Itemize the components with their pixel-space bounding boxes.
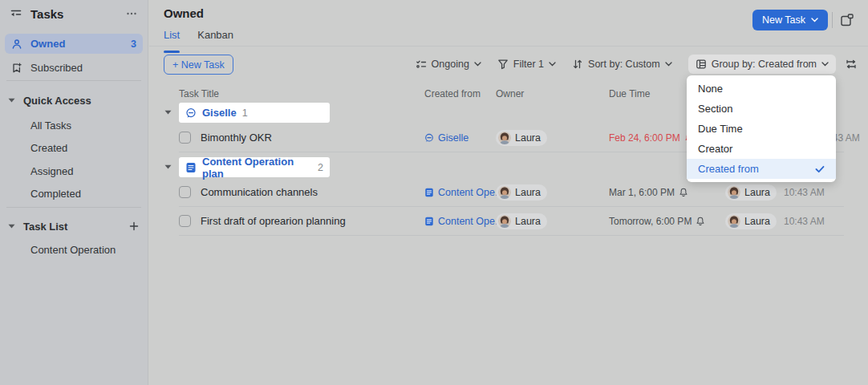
sort-control[interactable]: Sort by: Custom: [572, 59, 672, 70]
created-from-cell: Content Ope...: [424, 207, 503, 235]
group-by-control[interactable]: Group by: Created from: [688, 55, 836, 74]
creator-name: Laura: [744, 187, 770, 198]
task-title[interactable]: First draft of oprearion planning: [201, 215, 346, 227]
task-checkbox[interactable]: [179, 132, 191, 144]
tab-kanban[interactable]: Kanban: [197, 29, 233, 46]
collapse-group-icon[interactable]: [164, 164, 172, 169]
due-time-cell: Mar 1, 6:00 PM: [609, 178, 688, 206]
owner-chip[interactable]: Laura: [496, 213, 547, 229]
created-from-label: Content Ope...: [438, 187, 503, 198]
dropdown-option-created-from[interactable]: Created from: [687, 159, 836, 179]
dropdown-option-section[interactable]: Section: [687, 99, 836, 119]
toolbar-filters: Ongoing Filter 1 Sort by: Custom Group b…: [416, 53, 857, 75]
group-count: 1: [242, 107, 248, 119]
view-tabs: List Kanban: [164, 29, 233, 46]
header-divider: [149, 46, 868, 47]
document-icon: [424, 188, 434, 197]
avatar: [728, 215, 740, 228]
section-label: Task List: [23, 221, 128, 233]
group-pill[interactable]: Content Operation plan 2: [179, 157, 330, 177]
created-at-cell: 10:43 AM: [784, 207, 825, 235]
avatar: [498, 215, 511, 228]
dropdown-option-label: Created from: [698, 163, 759, 175]
new-task-button[interactable]: New Task: [752, 10, 828, 30]
dropdown-option-none[interactable]: None: [687, 79, 836, 99]
owner-chip[interactable]: Laura: [496, 184, 547, 201]
task-checkbox[interactable]: [179, 215, 191, 227]
owner-name: Laura: [515, 216, 541, 227]
sort-label: Sort by: Custom: [588, 59, 660, 70]
new-task-label: New Task: [762, 14, 805, 26]
owner-cell: Laura: [496, 124, 547, 152]
sidebar-section-task-list[interactable]: Task List: [8, 218, 140, 234]
created-from-link[interactable]: Content Ope...: [424, 216, 503, 227]
reminder-bell-icon: [679, 188, 688, 197]
owner-chip[interactable]: Laura: [496, 130, 547, 146]
chevron-down-icon: [665, 62, 672, 67]
sidebar-item-label: Assigned: [30, 165, 73, 177]
avatar: [728, 186, 740, 199]
sidebar-item-completed[interactable]: Completed: [30, 185, 143, 201]
created-from-cell: Content Ope...: [424, 178, 503, 206]
sidebar-section-quick-access[interactable]: Quick Access: [8, 92, 140, 108]
open-in-window-icon[interactable]: [840, 13, 854, 27]
task-title[interactable]: Communication channels: [201, 186, 318, 198]
dropdown-option-creator[interactable]: Creator: [687, 139, 836, 159]
task-title-cell: Communication channels: [179, 178, 318, 206]
filter-funnel-icon: [497, 59, 509, 70]
sidebar-item-label: Owned: [30, 38, 131, 50]
task-title-cell: First draft of oprearion planning: [179, 207, 346, 235]
bookmark-plus-icon: [11, 63, 22, 74]
sidebar-header: Tasks: [0, 0, 148, 27]
due-time[interactable]: Feb 24, 6:00 PM: [609, 132, 694, 144]
sidebar-item-owned[interactable]: Owned 3: [5, 34, 143, 54]
created-from-link[interactable]: Content Ope...: [424, 187, 503, 198]
due-time[interactable]: Mar 1, 6:00 PM: [609, 187, 688, 198]
column-header-due-time[interactable]: Due Time: [609, 88, 650, 99]
sidebar-item-content-operation[interactable]: Content Operation: [30, 241, 143, 257]
sidebar-item-assigned[interactable]: Assigned: [30, 163, 143, 179]
creator-chip[interactable]: Laura: [725, 213, 777, 229]
task-title[interactable]: Bimonthly OKR: [201, 132, 272, 144]
creator-name: Laura: [744, 216, 770, 227]
group-by-dropdown: None Section Due Time Creator Created fr…: [687, 75, 836, 182]
due-time[interactable]: Tomorrow, 6:00 PM: [609, 216, 705, 227]
section-collapse-icon: [8, 224, 15, 229]
column-header-task-title[interactable]: Task Title: [179, 88, 219, 99]
created-from-label: Giselle: [438, 132, 468, 144]
sidebar-item-all-tasks[interactable]: All Tasks: [30, 117, 143, 133]
sidebar-item-created[interactable]: Created: [30, 140, 143, 156]
group-pill[interactable]: Giselle 1: [179, 103, 330, 123]
task-row[interactable]: Communication channels Content Ope... La…: [149, 178, 868, 207]
sidebar-item-label: Content Operation: [30, 244, 116, 256]
group-table-icon: [696, 59, 707, 70]
more-icon[interactable]: [125, 7, 138, 20]
due-time-cell: Tomorrow, 6:00 PM: [609, 207, 705, 235]
status-filter-control[interactable]: Ongoing: [416, 59, 481, 70]
group-by-label: Group by: Created from: [712, 59, 817, 70]
dropdown-option-due-time[interactable]: Due Time: [687, 119, 836, 139]
created-from-cell: Giselle: [424, 124, 468, 152]
sidebar-divider: [6, 80, 141, 81]
inline-new-task-button[interactable]: + New Task: [164, 55, 233, 75]
column-header-owner[interactable]: Owner: [496, 88, 524, 99]
collapse-sidebar-icon[interactable]: [10, 7, 22, 20]
task-row[interactable]: First draft of oprearion planning Conten…: [149, 207, 868, 236]
tab-list[interactable]: List: [164, 29, 180, 46]
owner-cell: Laura: [496, 178, 547, 206]
group-count: 2: [318, 162, 323, 173]
section-collapse-icon: [8, 98, 15, 103]
filter-control[interactable]: Filter 1: [497, 59, 556, 70]
collapse-group-icon[interactable]: [164, 110, 172, 115]
chat-bubble-icon: [185, 107, 197, 119]
creator-chip[interactable]: Laura: [725, 184, 777, 201]
add-list-icon[interactable]: [128, 221, 140, 232]
avatar: [498, 132, 511, 144]
created-from-link[interactable]: Giselle: [424, 132, 468, 144]
task-checkbox[interactable]: [179, 186, 191, 198]
sidebar-item-subscribed[interactable]: Subscribed: [5, 58, 143, 78]
reminder-bell-icon: [696, 217, 705, 226]
adjust-columns-icon[interactable]: [846, 59, 857, 70]
column-header-created-from[interactable]: Created from: [424, 88, 481, 99]
chevron-down-icon: [811, 18, 818, 22]
